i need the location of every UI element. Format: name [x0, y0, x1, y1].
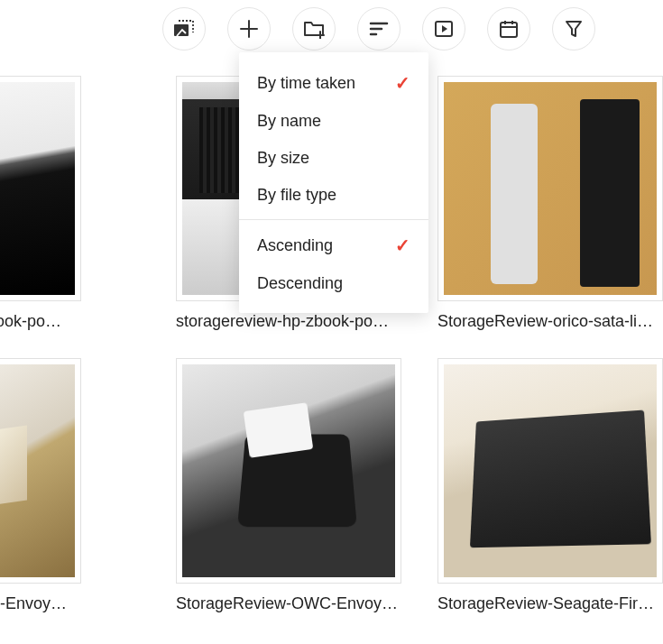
sort-option-label: By file type: [257, 186, 336, 205]
check-icon: ✓: [395, 72, 410, 94]
gallery-item[interactable]: -zbook-po…: [0, 76, 140, 331]
svg-marker-9: [442, 25, 447, 32]
sort-dropdown: By time taken ✓ By name By size By file …: [239, 52, 428, 313]
select-photos-button[interactable]: [162, 7, 206, 51]
sort-option-label: Descending: [257, 274, 343, 293]
date-button[interactable]: [487, 7, 530, 51]
thumbnail-caption: StorageReview-Seagate-Fir…: [437, 594, 654, 613]
svg-marker-14: [566, 22, 581, 36]
sort-order-ascending[interactable]: Ascending ✓: [239, 225, 428, 265]
sort-option-by-name[interactable]: By name: [239, 103, 428, 140]
check-icon: ✓: [395, 235, 410, 256]
slideshow-button[interactable]: [422, 7, 465, 51]
thumbnail-caption: StorageReview-OWC-Envoy…: [176, 594, 398, 613]
sort-option-by-time-taken[interactable]: By time taken ✓: [239, 63, 428, 103]
thumbnail-image: [0, 82, 75, 295]
thumbnail-caption: WC-Envoy…: [0, 594, 67, 613]
sort-option-label: By name: [257, 112, 321, 131]
calendar-icon: [499, 19, 519, 39]
sort-option-by-file-type[interactable]: By file type: [239, 177, 428, 214]
sort-button[interactable]: [357, 7, 401, 51]
new-folder-button[interactable]: [292, 7, 336, 51]
gallery-item[interactable]: StorageReview-OWC-Envoy…: [176, 358, 401, 613]
thumbnail-image: [444, 364, 657, 577]
thumbnail-caption: -zbook-po…: [0, 312, 61, 331]
sort-icon: [369, 21, 389, 37]
folder-plus-icon: [303, 19, 325, 39]
select-photos-icon: [173, 20, 195, 38]
sort-option-label: By time taken: [257, 74, 355, 93]
toolbar: [0, 0, 663, 58]
sort-option-label: Ascending: [257, 236, 333, 255]
sort-order-descending[interactable]: Descending: [239, 265, 428, 302]
dropdown-separator: [239, 219, 428, 220]
sort-option-by-size[interactable]: By size: [239, 140, 428, 177]
add-button[interactable]: [227, 7, 271, 51]
svg-rect-10: [501, 23, 517, 37]
filter-icon: [565, 20, 583, 38]
gallery-item[interactable]: StorageReview-Seagate-Fir…: [437, 358, 663, 613]
thumbnail-image: [0, 364, 75, 577]
gallery-item[interactable]: WC-Envoy…: [0, 358, 140, 613]
plus-icon: [239, 19, 259, 39]
thumbnail-image: [182, 364, 395, 577]
gallery-item[interactable]: StorageReview-orico-sata-li…: [437, 76, 663, 331]
thumbnail-caption: StorageReview-orico-sata-li…: [437, 312, 653, 331]
slideshow-icon: [434, 20, 454, 38]
filter-button[interactable]: [552, 7, 595, 51]
thumbnail-image: [444, 82, 657, 295]
sort-option-label: By size: [257, 149, 309, 168]
thumbnail-caption: storagereview-hp-zbook-po…: [176, 312, 389, 331]
